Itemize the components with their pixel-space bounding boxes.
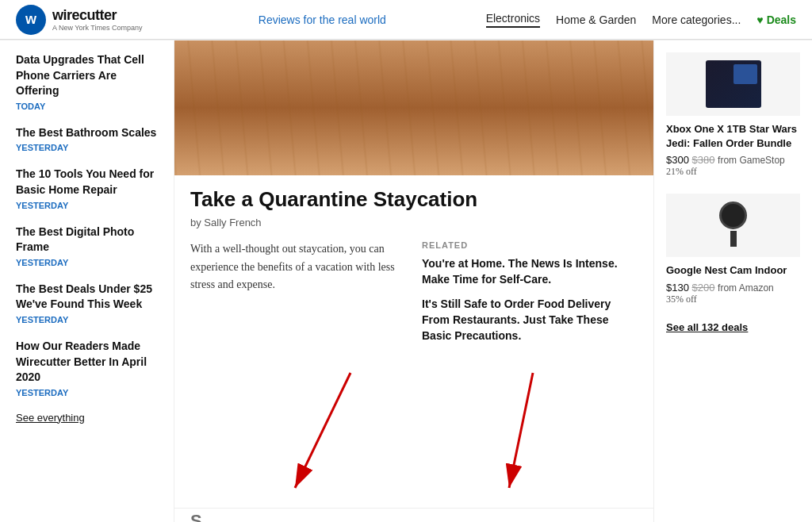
deal-price-2: $130 $200 from Amazon [666,282,800,294]
logo-text-area: wirecutter A New York Times Company [52,7,143,32]
hero-image-overlay [174,40,653,175]
logo-area: w wirecutter A New York Times Company [16,5,159,35]
sidebar-article-date-3: YESTERDAY [16,201,158,210]
sidebar-article-date-2: YESTERDAY [16,143,158,152]
deal-title-1: Xbox One X 1TB Star Wars Jedi: Fallen Or… [666,122,800,151]
sidebar-article-4[interactable]: The Best Digital Photo Frame YESTERDAY [16,225,158,267]
header-tagline: Reviews for the real world [159,13,486,26]
deal-price-1: $300 $380 from GameStop [666,154,800,166]
related-label: RELATED [422,240,638,250]
sidebar-article-date-5: YESTERDAY [16,315,158,324]
nest-cam-body [730,231,737,247]
xbox-image [706,60,761,108]
deal-image-1 [666,52,800,116]
center-content: Take a Quarantine Staycation by Sally Fr… [174,40,653,522]
article-body: Take a Quarantine Staycation by Sally Fr… [174,175,653,365]
article-author: by Sally French [190,217,638,228]
sidebar-article-title-3: The 10 Tools You Need for Basic Home Rep… [16,167,158,198]
sidebar-article-title-1: Data Upgrades That Cell Phone Carriers A… [16,52,158,99]
nav-deals[interactable]: ♥ Deals [756,13,796,26]
nav-deals-label: Deals [767,13,796,26]
deal-image-2 [666,194,800,257]
nav-electronics[interactable]: Electronics [486,12,540,28]
sidebar-article-2[interactable]: The Best Bathroom Scales YESTERDAY [16,125,158,153]
svg-line-3 [509,373,533,488]
sidebar-article-date-6: YESTERDAY [16,388,158,397]
wirecutter-logo-icon: w [16,5,46,35]
svg-line-2 [295,373,350,488]
partial-title: S [190,511,202,522]
header: w wirecutter A New York Times Company Re… [0,0,812,40]
heart-icon: ♥ [756,13,763,26]
header-nav: Electronics Home & Garden More categorie… [486,12,796,28]
left-sidebar: Data Upgrades That Cell Phone Carriers A… [0,40,174,522]
nav-more-categories[interactable]: More categories... [652,13,741,26]
article-content-row: With a well-thought out staycation, you … [190,240,638,353]
sidebar-article-date-1: TODAY [16,102,158,111]
deal-discount-2: 35% off [666,294,800,305]
logo-sub: A New York Times Company [52,24,143,32]
sidebar-article-5[interactable]: The Best Deals Under $25 We've Found Thi… [16,282,158,324]
article-related: RELATED You're at Home. The News Is Inte… [422,240,638,353]
arrows-svg [174,365,653,508]
logo-name: wirecutter [52,7,143,24]
sidebar-article-title-4: The Best Digital Photo Frame [16,225,158,255]
deal-source-1: from GameStop [718,155,785,166]
sidebar-article-date-4: YESTERDAY [16,258,158,267]
see-all-deals-link[interactable]: See all 132 deals [666,321,800,333]
sidebar-article-6[interactable]: How Our Readers Made Wirecutter Better I… [16,339,158,397]
article-description: With a well-thought out staycation, you … [190,240,406,353]
deal-title-2: Google Nest Cam Indoor [666,263,800,278]
hero-image [174,40,653,175]
deal-discount-1: 21% off [666,166,800,178]
nest-cam-head [719,202,747,229]
sidebar-article-title-2: The Best Bathroom Scales [16,125,158,141]
arrows-annotation [174,365,653,508]
deal-price-original-2: $200 [692,282,715,294]
sidebar-article-title-6: How Our Readers Made Wirecutter Better I… [16,339,158,386]
deal-source-2: from Amazon [718,282,774,294]
right-sidebar: Xbox One X 1TB Star Wars Jedi: Fallen Or… [653,40,812,522]
deal-item-1[interactable]: Xbox One X 1TB Star Wars Jedi: Fallen Or… [666,52,800,178]
related-article-1[interactable]: You're at Home. The News Is Intense. Mak… [422,256,638,287]
deal-price-original-1: $380 [692,154,715,166]
content-row: Data Upgrades That Cell Phone Carriers A… [0,40,812,522]
nest-cam-image [714,202,753,249]
deal-price-current-2: $130 [666,282,689,294]
related-article-2[interactable]: It's Still Safe to Order Food Delivery F… [422,297,638,344]
deal-item-2[interactable]: Google Nest Cam Indoor $130 $200 from Am… [666,194,800,305]
nav-home-garden[interactable]: Home & Garden [556,13,636,26]
see-everything-link[interactable]: See everything [16,412,158,424]
sidebar-article-title-5: The Best Deals Under $25 We've Found Thi… [16,282,158,313]
article-title: Take a Quarantine Staycation [190,187,638,212]
deal-price-current-1: $300 [666,154,689,166]
bottom-partial: S [174,508,653,522]
sidebar-article-3[interactable]: The 10 Tools You Need for Basic Home Rep… [16,167,158,209]
sidebar-article-1[interactable]: Data Upgrades That Cell Phone Carriers A… [16,52,158,111]
